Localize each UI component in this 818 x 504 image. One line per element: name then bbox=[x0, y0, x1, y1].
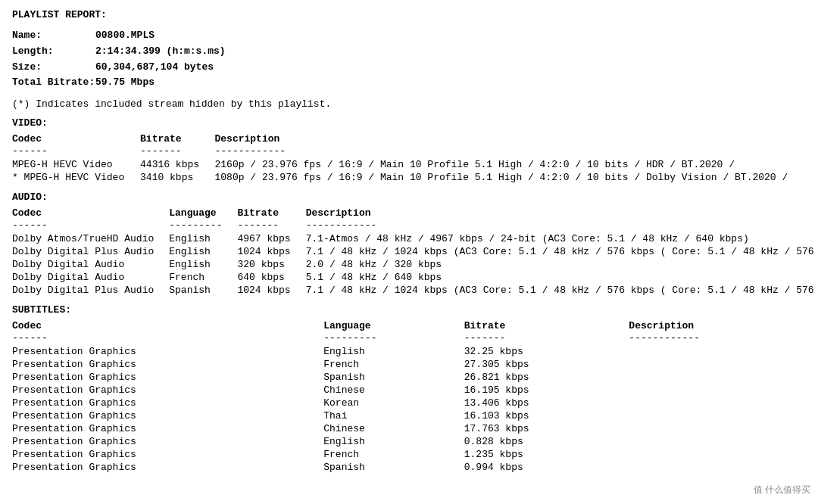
subtitles-table: Codec Language Bitrate Description -----… bbox=[12, 320, 806, 474]
sub-col-language: Language bbox=[323, 320, 464, 331]
hidden-stream-note: (*) Indicates included stream hidden by … bbox=[12, 98, 806, 110]
subtitle-language-cell: Spanish bbox=[323, 461, 464, 474]
subtitle-description-cell bbox=[629, 448, 806, 461]
subtitle-codec-cell: Presentation Graphics bbox=[12, 384, 323, 397]
length-value: 2:14:34.399 (h:m:s.ms) bbox=[95, 44, 226, 60]
size-value: 60,304,687,104 bytes bbox=[95, 60, 214, 76]
subtitle-language-cell: English bbox=[323, 435, 464, 448]
video-row: * MPEG-H HEVC Video3410 kbps1080p / 23.9… bbox=[12, 171, 806, 184]
subtitle-bitrate-cell: 32.25 kbps bbox=[464, 345, 629, 358]
video-codec-cell: * MPEG-H HEVC Video bbox=[12, 171, 140, 184]
name-label: Name: bbox=[12, 28, 95, 44]
audio-codec-cell: Dolby Digital Audio bbox=[12, 271, 169, 284]
audio-bitrate-cell: 1024 kbps bbox=[237, 284, 305, 297]
sub-div-description: ------------ bbox=[629, 331, 806, 345]
subtitle-language-cell: French bbox=[323, 358, 464, 371]
audio-description-cell: 7.1 / 48 kHz / 1024 kbps (AC3 Core: 5.1 … bbox=[306, 245, 818, 258]
audio-row: Dolby Digital AudioFrench640 kbps5.1 / 4… bbox=[12, 271, 818, 284]
audio-description-cell: 2.0 / 48 kHz / 320 kbps bbox=[306, 258, 818, 271]
video-bitrate-cell: 3410 kbps bbox=[140, 171, 214, 184]
subtitle-language-cell: Korean bbox=[323, 397, 464, 409]
subtitle-bitrate-cell: 0.828 kbps bbox=[464, 435, 629, 448]
report-title: PLAYLIST REPORT: bbox=[12, 9, 806, 20]
subtitle-row: Presentation GraphicsEnglish0.828 kbps bbox=[12, 435, 806, 448]
audio-row: Dolby Atmos/TrueHD AudioEnglish4967 kbps… bbox=[12, 232, 818, 245]
audio-div-language: --------- bbox=[169, 219, 237, 232]
audio-language-cell: Spanish bbox=[169, 284, 237, 297]
subtitle-description-cell bbox=[629, 345, 806, 358]
name-value: 00800.MPLS bbox=[95, 28, 155, 44]
subtitle-language-cell: Thai bbox=[323, 409, 464, 422]
audio-bitrate-cell: 4967 kbps bbox=[237, 232, 305, 245]
video-codec-cell: MPEG-H HEVC Video bbox=[12, 158, 140, 171]
audio-div-codec: ------ bbox=[12, 219, 169, 232]
audio-language-cell: English bbox=[169, 245, 237, 258]
sub-div-codec: ------ bbox=[12, 331, 323, 345]
subtitle-bitrate-cell: 26.821 kbps bbox=[464, 371, 629, 384]
subtitle-codec-cell: Presentation Graphics bbox=[12, 435, 323, 448]
video-div-bitrate: ------- bbox=[140, 145, 214, 158]
subtitle-description-cell bbox=[629, 435, 806, 448]
subtitle-row: Presentation GraphicsFrench1.235 kbps bbox=[12, 448, 806, 461]
video-description-cell: 2160p / 23.976 fps / 16:9 / Main 10 Prof… bbox=[215, 158, 806, 171]
subtitle-bitrate-cell: 17.763 kbps bbox=[464, 422, 629, 435]
subtitle-codec-cell: Presentation Graphics bbox=[12, 358, 323, 371]
audio-codec-cell: Dolby Digital Audio bbox=[12, 258, 169, 271]
subtitle-description-cell bbox=[629, 397, 806, 409]
audio-codec-cell: Dolby Digital Plus Audio bbox=[12, 284, 169, 297]
subtitle-codec-cell: Presentation Graphics bbox=[12, 345, 323, 358]
audio-col-bitrate: Bitrate bbox=[237, 207, 305, 219]
sub-col-bitrate: Bitrate bbox=[464, 320, 629, 331]
video-row: MPEG-H HEVC Video44316 kbps2160p / 23.97… bbox=[12, 158, 806, 171]
subtitle-description-cell bbox=[629, 422, 806, 435]
video-bitrate-cell: 44316 kbps bbox=[140, 158, 214, 171]
subtitle-bitrate-cell: 27.305 kbps bbox=[464, 358, 629, 371]
subtitle-description-cell bbox=[629, 384, 806, 397]
audio-div-description: ------------ bbox=[306, 219, 818, 232]
audio-codec-cell: Dolby Atmos/TrueHD Audio bbox=[12, 232, 169, 245]
audio-bitrate-cell: 320 kbps bbox=[237, 258, 305, 271]
audio-description-cell: 7.1-Atmos / 48 kHz / 4967 kbps / 24-bit … bbox=[306, 232, 818, 245]
subtitle-codec-cell: Presentation Graphics bbox=[12, 461, 323, 474]
audio-language-cell: English bbox=[169, 258, 237, 271]
subtitle-codec-cell: Presentation Graphics bbox=[12, 448, 323, 461]
subtitle-bitrate-cell: 13.406 kbps bbox=[464, 397, 629, 409]
subtitle-language-cell: Chinese bbox=[323, 384, 464, 397]
subtitle-language-cell: French bbox=[323, 448, 464, 461]
audio-bitrate-cell: 1024 kbps bbox=[237, 245, 305, 258]
audio-table: Codec Language Bitrate Description -----… bbox=[12, 207, 818, 297]
subtitle-codec-cell: Presentation Graphics bbox=[12, 371, 323, 384]
subtitle-language-cell: Spanish bbox=[323, 371, 464, 384]
subtitle-bitrate-cell: 1.235 kbps bbox=[464, 448, 629, 461]
subtitle-row: Presentation GraphicsEnglish32.25 kbps bbox=[12, 345, 806, 358]
size-label: Size: bbox=[12, 60, 95, 76]
audio-codec-cell: Dolby Digital Plus Audio bbox=[12, 245, 169, 258]
subtitle-row: Presentation GraphicsFrench27.305 kbps bbox=[12, 358, 806, 371]
subtitle-description-cell bbox=[629, 409, 806, 422]
sub-div-bitrate: ------- bbox=[464, 331, 629, 345]
subtitle-row: Presentation GraphicsChinese16.195 kbps bbox=[12, 384, 806, 397]
audio-div-bitrate: ------- bbox=[237, 219, 305, 232]
sub-col-codec: Codec bbox=[12, 320, 323, 331]
subtitle-row: Presentation GraphicsSpanish0.994 kbps bbox=[12, 461, 806, 474]
audio-row: Dolby Digital Plus AudioEnglish1024 kbps… bbox=[12, 245, 818, 258]
audio-col-language: Language bbox=[169, 207, 237, 219]
video-description-cell: 1080p / 23.976 fps / 16:9 / Main 10 Prof… bbox=[215, 171, 806, 184]
subtitle-bitrate-cell: 16.195 kbps bbox=[464, 384, 629, 397]
subtitle-row: Presentation GraphicsThai16.103 kbps bbox=[12, 409, 806, 422]
audio-description-cell: 5.1 / 48 kHz / 640 kbps bbox=[306, 271, 818, 284]
video-div-codec: ------ bbox=[12, 145, 140, 158]
bitrate-label: Total Bitrate: bbox=[12, 75, 95, 91]
video-table: Codec Bitrate Description ------ -------… bbox=[12, 133, 806, 184]
subtitle-row: Presentation GraphicsKorean13.406 kbps bbox=[12, 397, 806, 409]
subtitle-codec-cell: Presentation Graphics bbox=[12, 422, 323, 435]
subtitle-codec-cell: Presentation Graphics bbox=[12, 409, 323, 422]
subtitle-description-cell bbox=[629, 358, 806, 371]
subtitle-description-cell bbox=[629, 461, 806, 474]
length-label: Length: bbox=[12, 44, 95, 60]
sub-div-language: --------- bbox=[323, 331, 464, 345]
subtitle-row: Presentation GraphicsChinese17.763 kbps bbox=[12, 422, 806, 435]
video-col-description: Description bbox=[215, 133, 806, 145]
video-col-bitrate: Bitrate bbox=[140, 133, 214, 145]
video-div-description: ------------ bbox=[215, 145, 806, 158]
